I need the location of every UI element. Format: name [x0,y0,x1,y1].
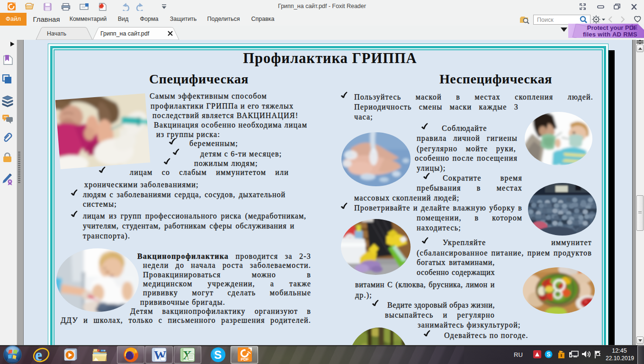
svg-text:S: S [214,348,222,361]
svg-text:PDF: PDF [241,357,249,362]
svg-text:S: S [547,351,551,358]
svg-text:e: e [36,346,43,364]
